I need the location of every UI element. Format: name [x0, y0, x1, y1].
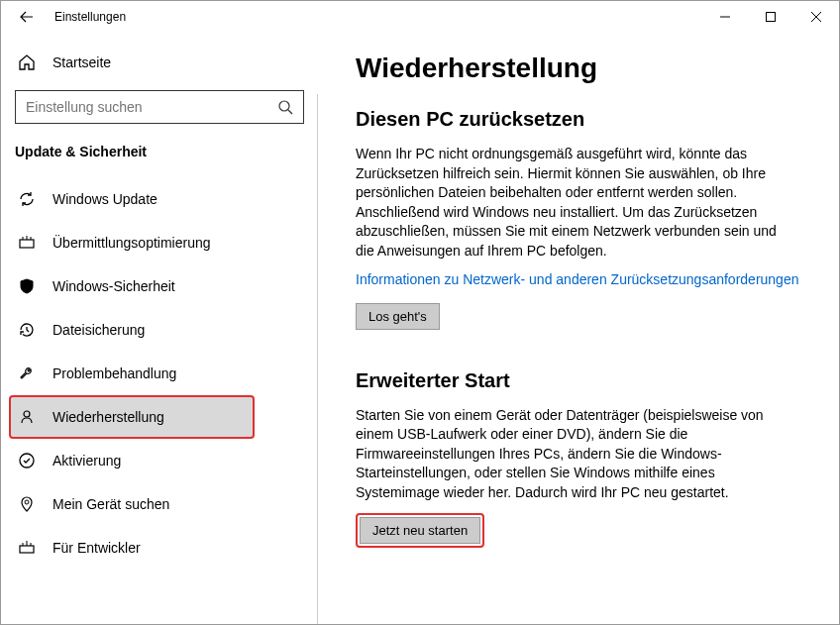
sidebar-item-troubleshoot[interactable]: Problembehandlung	[15, 352, 304, 395]
developer-icon	[17, 538, 37, 558]
sidebar-item-label: Übermittlungsoptimierung	[52, 235, 211, 251]
delivery-icon	[17, 233, 37, 253]
search-box[interactable]	[15, 90, 304, 124]
recovery-icon	[17, 407, 37, 427]
sidebar-item-label: Aktivierung	[52, 453, 121, 469]
svg-point-11	[20, 454, 34, 468]
svg-rect-1	[767, 13, 776, 22]
search-input[interactable]	[26, 99, 277, 115]
advanced-title: Erweiterter Start	[356, 369, 809, 392]
window-title: Einstellungen	[54, 10, 126, 24]
back-button[interactable]	[11, 1, 43, 33]
page-title: Wiederherstellung	[356, 52, 809, 84]
maximize-icon	[766, 12, 776, 22]
svg-rect-13	[20, 546, 34, 553]
sidebar-section-header: Update & Sicherheit	[15, 144, 304, 159]
sidebar-item-label: Für Entwickler	[52, 540, 141, 556]
shield-icon	[17, 276, 37, 296]
svg-line-5	[288, 110, 292, 114]
advanced-body: Starten Sie von einem Gerät oder Datentr…	[356, 406, 791, 503]
backup-icon	[17, 320, 37, 340]
sync-icon	[17, 189, 37, 209]
search-icon	[277, 99, 293, 115]
arrow-left-icon	[20, 10, 34, 24]
maximize-button[interactable]	[748, 1, 793, 33]
reset-title: Diesen PC zurücksetzen	[356, 108, 809, 131]
sidebar-item-backup[interactable]: Dateisicherung	[15, 308, 304, 352]
minimize-icon	[720, 12, 730, 22]
sidebar-item-label: Dateisicherung	[52, 322, 145, 338]
sidebar-item-label: Problembehandlung	[52, 365, 176, 381]
close-icon	[811, 12, 821, 22]
reset-body: Wenn Ihr PC nicht ordnungsgemäß ausgefüh…	[356, 145, 791, 261]
sidebar-home-label: Startseite	[52, 54, 111, 70]
restart-highlight: Jetzt neu starten	[356, 513, 484, 548]
sidebar-item-windows-security[interactable]: Windows-Sicherheit	[15, 264, 304, 308]
sidebar-item-label: Windows Update	[52, 191, 158, 207]
svg-point-12	[25, 500, 29, 504]
sidebar-item-label: Windows-Sicherheit	[52, 278, 175, 294]
reset-start-button[interactable]: Los geht's	[356, 303, 440, 330]
restart-now-button[interactable]: Jetzt neu starten	[360, 517, 480, 544]
wrench-icon	[17, 364, 37, 383]
sidebar: Startseite Update & Sicherheit Windows U…	[1, 33, 318, 624]
sidebar-item-label: Mein Gerät suchen	[52, 496, 169, 512]
sidebar-item-activation[interactable]: Aktivierung	[15, 439, 304, 482]
sidebar-home[interactable]: Startseite	[15, 43, 304, 82]
home-icon	[15, 53, 39, 71]
svg-point-10	[24, 411, 30, 417]
find-device-icon	[17, 494, 37, 514]
sidebar-item-for-developers[interactable]: Für Entwickler	[15, 526, 304, 570]
sidebar-item-recovery[interactable]: Wiederherstellung	[9, 395, 255, 439]
close-button[interactable]	[793, 1, 839, 33]
sidebar-item-delivery-optimization[interactable]: Übermittlungsoptimierung	[15, 221, 304, 264]
activation-icon	[17, 451, 37, 470]
svg-point-4	[279, 101, 289, 111]
main-content: Wiederherstellung Diesen PC zurücksetzen…	[318, 33, 839, 624]
sidebar-item-label: Wiederherstellung	[52, 409, 164, 425]
svg-rect-6	[20, 240, 34, 248]
sidebar-item-find-device[interactable]: Mein Gerät suchen	[15, 482, 304, 526]
minimize-button[interactable]	[702, 1, 748, 33]
reset-info-link[interactable]: Informationen zu Netzwerk- und anderen Z…	[356, 271, 798, 287]
titlebar: Einstellungen	[1, 1, 839, 33]
sidebar-item-windows-update[interactable]: Windows Update	[15, 177, 304, 221]
